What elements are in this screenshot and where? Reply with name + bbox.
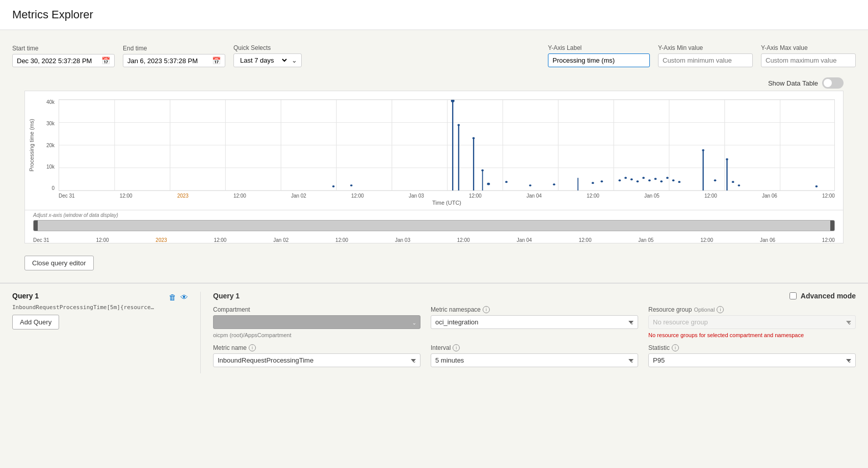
x-tick-1200-2: 12:00 bbox=[233, 193, 246, 199]
show-data-table-toggle[interactable] bbox=[822, 77, 844, 89]
end-time-input-wrapper[interactable]: 📅 bbox=[123, 54, 225, 67]
metric-namespace-select[interactable]: oci_integration bbox=[431, 315, 638, 329]
quick-selects-chevron-icon: ⌄ bbox=[292, 57, 297, 64]
svg-point-53 bbox=[350, 184, 353, 186]
svg-point-36 bbox=[637, 180, 639, 182]
resource-group-select-wrapper[interactable]: No resource group bbox=[648, 315, 856, 329]
svg-point-43 bbox=[678, 181, 680, 183]
form-row-2: Metric name i InboundRequestProcessingTi… bbox=[213, 344, 856, 367]
advanced-mode-checkbox[interactable] bbox=[790, 292, 797, 299]
y-axis-min-input[interactable] bbox=[658, 53, 753, 67]
y-axis-label-input[interactable] bbox=[548, 53, 650, 67]
start-time-calendar-icon[interactable]: 📅 bbox=[101, 57, 110, 65]
range-x-jan05: Jan 05 bbox=[638, 237, 653, 243]
metric-name-label: Metric name i bbox=[213, 344, 420, 351]
y-tick-20k: 20k bbox=[33, 143, 55, 148]
statistic-select[interactable]: P95 P50 P99 mean sum bbox=[648, 353, 856, 367]
metric-namespace-select-wrapper[interactable]: oci_integration bbox=[431, 315, 638, 329]
range-x-1200-1: 12:00 bbox=[96, 237, 109, 243]
query-left-panel: Query 1 🗑 👁 InboundRequestProcessingTime… bbox=[12, 292, 201, 373]
query-icons: 🗑 👁 bbox=[169, 293, 188, 301]
svg-point-37 bbox=[642, 177, 645, 179]
statistic-select-wrapper[interactable]: P95 P50 P99 mean sum bbox=[648, 353, 856, 367]
interval-select[interactable]: 5 minutes 1 minute 10 minutes 1 hour bbox=[431, 353, 638, 367]
add-query-button[interactable]: Add Query bbox=[12, 315, 59, 329]
svg-point-41 bbox=[666, 177, 669, 179]
query-right-title-row: Query 1 Advanced mode bbox=[213, 292, 856, 300]
range-thumb-left[interactable] bbox=[34, 221, 38, 231]
end-time-calendar-icon[interactable]: 📅 bbox=[212, 57, 221, 65]
svg-point-34 bbox=[624, 177, 627, 179]
end-time-input[interactable] bbox=[127, 57, 209, 65]
query-right-title-text: Query 1 bbox=[213, 292, 240, 300]
compartment-group: Compartment oicpm (root)/AppsCompartment bbox=[213, 306, 420, 338]
range-x-axis: Dec 31 12:00 2023 12:00 Jan 02 12:00 Jan… bbox=[24, 235, 844, 243]
metric-namespace-info-icon[interactable]: i bbox=[483, 306, 490, 313]
interval-select-wrapper[interactable]: 5 minutes 1 minute 10 minutes 1 hour bbox=[431, 353, 638, 367]
end-time-group: End time 📅 bbox=[123, 45, 225, 67]
metric-name-group: Metric name i InboundRequestProcessingTi… bbox=[213, 344, 420, 367]
query-visibility-icon[interactable]: 👁 bbox=[180, 293, 188, 301]
resource-group-label: Resource group Optional i bbox=[648, 306, 856, 313]
resource-group-select[interactable]: No resource group bbox=[648, 315, 856, 329]
svg-point-51 bbox=[816, 185, 818, 187]
x-tick-1200-1: 12:00 bbox=[120, 193, 133, 199]
quick-selects-wrapper[interactable]: Last 7 days Last 1 hour Last 6 hours Las… bbox=[233, 53, 302, 67]
svg-point-31 bbox=[592, 182, 594, 184]
metric-name-select[interactable]: InboundRequestProcessingTime bbox=[213, 353, 420, 367]
svg-point-26 bbox=[487, 183, 490, 185]
svg-point-29 bbox=[553, 183, 556, 185]
interval-label: Interval i bbox=[431, 344, 638, 351]
x-tick-1200-5: 12:00 bbox=[587, 193, 599, 199]
start-time-label: Start time bbox=[12, 45, 115, 52]
form-row-1: Compartment oicpm (root)/AppsCompartment… bbox=[213, 306, 856, 338]
statistic-info-icon[interactable]: i bbox=[672, 344, 679, 351]
quick-selects-dropdown[interactable]: Last 7 days Last 1 hour Last 6 hours Las… bbox=[238, 56, 288, 65]
x-tick-dec31: Dec 31 bbox=[59, 193, 75, 199]
metric-name-select-wrapper[interactable]: InboundRequestProcessingTime bbox=[213, 353, 420, 367]
interval-info-icon[interactable]: i bbox=[453, 344, 460, 351]
range-thumb-right[interactable] bbox=[830, 221, 834, 231]
y-axis-label-label: Y-Axis Label bbox=[548, 44, 650, 51]
statistic-group: Statistic i P95 P50 P99 mean sum bbox=[648, 344, 856, 367]
query-delete-icon[interactable]: 🗑 bbox=[169, 293, 176, 301]
y-tick-30k: 30k bbox=[33, 121, 55, 126]
query-left-title: Query 1 bbox=[12, 292, 39, 300]
start-time-input-wrapper[interactable]: 📅 bbox=[12, 54, 115, 67]
range-slider-section: Adjust x-axis (window of data display) bbox=[24, 210, 844, 235]
x-tick-1200-7: 12:00 bbox=[822, 193, 835, 199]
chart-svg bbox=[59, 99, 835, 191]
svg-point-39 bbox=[654, 178, 657, 180]
x-tick-1200-4: 12:00 bbox=[469, 193, 482, 199]
svg-point-19 bbox=[451, 99, 455, 102]
svg-point-28 bbox=[529, 184, 532, 186]
metric-name-info-icon[interactable]: i bbox=[249, 344, 256, 351]
svg-point-45 bbox=[702, 149, 704, 151]
compartment-select-wrapper[interactable] bbox=[213, 315, 420, 329]
svg-point-40 bbox=[660, 180, 663, 182]
svg-point-33 bbox=[618, 179, 621, 181]
x-axis-label: Time (UTC) bbox=[33, 200, 835, 206]
statistic-label: Statistic i bbox=[648, 344, 856, 351]
end-time-label: End time bbox=[123, 45, 225, 52]
svg-point-49 bbox=[732, 181, 734, 183]
y-tick-40k: 40k bbox=[33, 99, 55, 105]
range-label: Adjust x-axis (window of data display) bbox=[33, 212, 835, 220]
top-section: Start time 📅 End time 📅 Quick Selects La… bbox=[0, 30, 868, 283]
y-axis-rotated-label: Processing time (ms) bbox=[29, 119, 35, 171]
y-axis-max-group: Y-Axis Max value bbox=[761, 44, 856, 67]
range-track[interactable] bbox=[33, 220, 835, 231]
close-query-editor-button[interactable]: Close query editor bbox=[24, 256, 94, 270]
x-tick-jan06: Jan 06 bbox=[762, 193, 777, 199]
y-axis-max-label: Y-Axis Max value bbox=[761, 44, 856, 51]
range-x-jan02: Jan 02 bbox=[273, 237, 288, 243]
close-query-editor-wrapper: Close query editor bbox=[12, 243, 856, 283]
resource-group-sublabel: No resource groups for selected compartm… bbox=[648, 332, 856, 338]
metric-namespace-label: Metric namespace i bbox=[431, 306, 638, 313]
svg-point-48 bbox=[726, 158, 728, 160]
y-axis-max-input[interactable] bbox=[761, 53, 856, 67]
compartment-select[interactable] bbox=[213, 315, 420, 329]
resource-group-optional: Optional bbox=[694, 307, 715, 313]
start-time-input[interactable] bbox=[17, 57, 98, 65]
resource-group-info-icon[interactable]: i bbox=[717, 306, 724, 313]
